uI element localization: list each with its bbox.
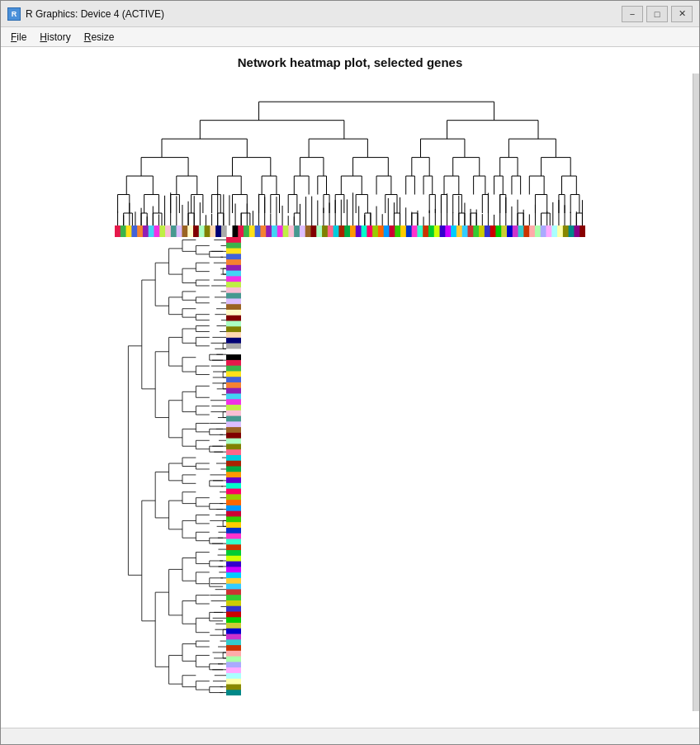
menu-bar: File History Resize [1,27,699,47]
top-dendrogram [115,73,585,225]
close-button[interactable]: ✕ [671,6,693,22]
heatmap-row [115,237,585,728]
top-color-bar [115,225,585,237]
title-bar: R R Graphics: Device 4 (ACTIVE) − □ ✕ [1,1,699,27]
bottom-status-bar [1,728,699,744]
plot-title: Network heatmap plot, selected genes [238,55,463,69]
title-bar-controls: − □ ✕ [622,6,693,22]
window-title: R Graphics: Device 4 (ACTIVE) [26,8,164,20]
menu-file[interactable]: File [4,30,33,45]
scrollbar-right[interactable] [693,74,699,711]
left-dendrogram [115,237,226,695]
heatmap-canvas [241,237,585,695]
left-color-bar [226,237,241,695]
minimize-button[interactable]: − [622,6,643,22]
window: R R Graphics: Device 4 (ACTIVE) − □ ✕ Fi… [0,0,700,745]
title-bar-left: R R Graphics: Device 4 (ACTIVE) [7,7,164,21]
plot-area: Network heatmap plot, selected genes [1,47,699,728]
menu-history[interactable]: History [33,30,77,45]
menu-resize[interactable]: Resize [78,30,121,45]
window-icon: R [7,7,21,21]
maximize-button[interactable]: □ [646,6,668,22]
